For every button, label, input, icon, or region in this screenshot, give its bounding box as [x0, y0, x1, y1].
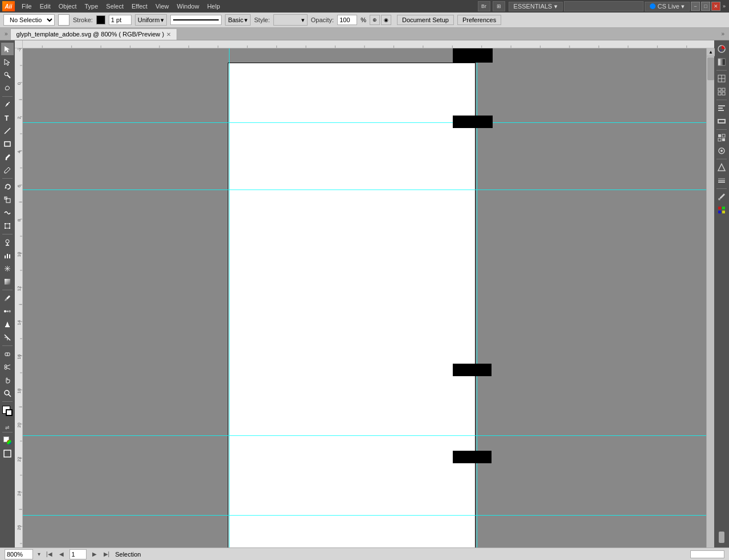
type-tool[interactable]: T: [1, 112, 14, 124]
stroke-weight-input[interactable]: [109, 15, 132, 25]
page-number-input[interactable]: [69, 549, 87, 559]
live-paint-tool[interactable]: [1, 318, 14, 331]
transparency-panel-btn[interactable]: [715, 131, 728, 144]
pen-tool[interactable]: [1, 98, 14, 111]
stroke-profile-dropdown[interactable]: Uniform▾: [135, 14, 167, 26]
table-panel-btn[interactable]: [715, 72, 728, 85]
next-page-btn[interactable]: ▶: [91, 551, 98, 557]
stroke-color-swatch[interactable]: [96, 15, 105, 24]
cs-live-icon: [650, 3, 656, 9]
main-layout: T: [0, 40, 729, 547]
svg-point-24: [4, 310, 6, 312]
cs-live-button[interactable]: CS Live ▾: [645, 2, 690, 11]
scale-tool[interactable]: [1, 193, 14, 206]
close-button[interactable]: ✕: [711, 2, 720, 11]
bridge-icon[interactable]: Br: [478, 1, 490, 11]
prev-page-btn[interactable]: ◀: [58, 551, 65, 557]
rotate-tool[interactable]: [1, 180, 14, 193]
menu-help[interactable]: Help: [204, 2, 224, 11]
menu-object[interactable]: Object: [55, 2, 80, 11]
swatches-panel-btn[interactable]: [715, 204, 728, 216]
slice-tool[interactable]: [1, 331, 14, 344]
search-input[interactable]: [564, 1, 644, 11]
canvas-area[interactable]: [23, 48, 706, 560]
panel-collapse[interactable]: »: [722, 3, 727, 9]
essentials-button[interactable]: ESSENTIALS ▾: [509, 2, 563, 11]
selection-tool[interactable]: [1, 43, 14, 55]
mesh-tool[interactable]: [1, 262, 14, 275]
menu-edit[interactable]: Edit: [36, 2, 54, 11]
scissors-tool[interactable]: [1, 361, 14, 373]
document-tab[interactable]: glyph_template_adobe.svg @ 800% ( RGB/Pr…: [10, 28, 177, 40]
graphic-style-dropdown[interactable]: ▾: [273, 14, 308, 26]
layers-panel-btn[interactable]: [715, 174, 728, 187]
minimize-button[interactable]: −: [691, 2, 700, 11]
rectangle-tool[interactable]: [1, 138, 14, 150]
blend-tool[interactable]: [1, 305, 14, 318]
color-mode-btn[interactable]: [1, 434, 14, 447]
color-panel-btn[interactable]: [715, 43, 728, 55]
gradient-tool[interactable]: [1, 275, 14, 288]
warp-tool[interactable]: [1, 207, 14, 219]
menu-select[interactable]: Select: [103, 2, 127, 11]
line-tool[interactable]: [1, 125, 14, 137]
paintbrush-tool[interactable]: [1, 151, 14, 163]
expand-toggle[interactable]: »: [2, 31, 10, 37]
swap-colors[interactable]: ⇌: [5, 425, 10, 430]
scroll-right[interactable]: ▲ ▼: [706, 48, 714, 560]
stroke-box[interactable]: [6, 409, 13, 416]
shapes-panel-btn[interactable]: [715, 161, 728, 174]
tab-close-button[interactable]: ✕: [166, 31, 171, 38]
app-logo: Aii: [2, 1, 15, 11]
zoom-tool[interactable]: [1, 387, 14, 400]
document-setup-button[interactable]: Document Setup: [397, 15, 454, 25]
menu-window[interactable]: Window: [174, 2, 203, 11]
hand-tool[interactable]: [1, 374, 14, 386]
restore-button[interactable]: □: [701, 2, 710, 11]
direct-selection-tool[interactable]: [1, 56, 14, 68]
magic-wand-tool[interactable]: [1, 69, 14, 81]
lasso-tool[interactable]: [1, 82, 14, 94]
gradient-panel-btn[interactable]: [715, 56, 728, 68]
guide-h-3: [23, 435, 706, 436]
menu-type[interactable]: Type: [81, 2, 102, 11]
isolate-icon[interactable]: ◉: [381, 15, 391, 25]
panel-scroll-thumb[interactable]: [719, 532, 724, 543]
opacity-input[interactable]: [337, 15, 357, 25]
tool-divider-7: [2, 432, 13, 433]
symbol-sprayer-tool[interactable]: [1, 236, 14, 249]
stroke-style-dropdown[interactable]: Basic▾: [225, 14, 251, 26]
free-transform-tool[interactable]: [1, 220, 14, 232]
eraser-tool[interactable]: [1, 348, 14, 360]
eyedropper-tool[interactable]: [1, 292, 14, 304]
svg-rect-44: [718, 88, 721, 91]
selection-dropdown[interactable]: No Selection: [3, 14, 55, 26]
guide-h-4: [23, 515, 706, 516]
align-panel-btn[interactable]: [715, 102, 728, 114]
zoom-dropdown-btn[interactable]: ▾: [38, 551, 40, 557]
menu-view[interactable]: View: [152, 2, 173, 11]
menu-effect[interactable]: Effect: [128, 2, 151, 11]
blend-mode-icon[interactable]: ⊕: [370, 15, 380, 25]
last-page-btn[interactable]: ▶|: [103, 551, 111, 557]
artboard-panel-btn[interactable]: [715, 85, 728, 98]
status-bar: 800% ▾ |◀ ◀ ▶ ▶| Selection: [0, 547, 729, 560]
menu-file[interactable]: File: [18, 2, 35, 11]
arrange-btn[interactable]: »: [719, 31, 727, 37]
stroke-panel-btn[interactable]: [715, 115, 728, 127]
fill-swatch[interactable]: [58, 14, 69, 26]
screen-mode-btn[interactable]: [1, 447, 14, 460]
first-page-btn[interactable]: |◀: [45, 551, 54, 557]
svg-rect-23: [5, 279, 10, 285]
scroll-up-btn[interactable]: ▲: [707, 48, 715, 56]
workspace-icon[interactable]: ⊞: [493, 1, 505, 11]
svg-point-57: [720, 150, 723, 152]
appearance-panel-btn[interactable]: [715, 145, 728, 157]
column-graph-tool[interactable]: [1, 249, 14, 262]
pencil-tool[interactable]: [1, 164, 14, 176]
brushes-panel-btn[interactable]: [715, 191, 728, 203]
svg-point-25: [9, 310, 11, 312]
scroll-thumb-v[interactable]: [707, 57, 714, 80]
svg-rect-66: [722, 211, 725, 213]
preferences-button[interactable]: Preferences: [457, 15, 501, 25]
